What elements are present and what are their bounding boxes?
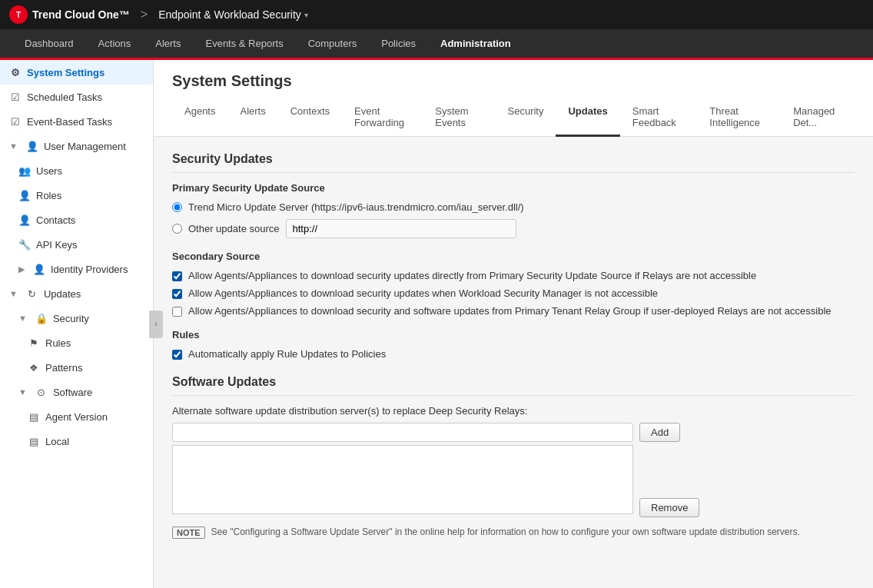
rules-section: Rules Automatically apply Rule Updates t… (172, 329, 855, 360)
alt-server-label: Alternate software update distribution s… (172, 405, 855, 417)
checkbox-direct-download[interactable] (172, 271, 182, 281)
sidebar-label-local: Local (45, 436, 69, 447)
tab-bar: Agents Alerts Contexts Event Forwarding … (172, 99, 855, 136)
tab-managed-det[interactable]: Managed Det... (781, 99, 855, 137)
sidebar-item-patterns[interactable]: ❖ Patterns (0, 355, 153, 380)
agent-version-icon: ▤ (28, 410, 40, 423)
sidebar-item-updates[interactable]: ↻ Updates (0, 281, 153, 306)
sidebar-item-event-based-tasks[interactable]: ☑ Event-Based Tasks (0, 109, 153, 134)
checkbox-row-3: Allow Agents/Appliances to download secu… (172, 305, 855, 317)
checkbox-auto-rule-updates[interactable] (172, 350, 182, 360)
other-source-input[interactable] (286, 219, 516, 238)
sidebar-label-user-management: User Management (44, 141, 126, 152)
tab-updates[interactable]: Updates (556, 99, 619, 137)
sidebar-label-system-settings: System Settings (27, 67, 105, 78)
sidebar-item-rules[interactable]: ⚑ Rules (0, 331, 153, 355)
security-icon: 🔒 (35, 312, 48, 324)
gear-icon: ⚙ (9, 66, 22, 78)
sidebar-label-contacts: Contacts (36, 214, 75, 226)
sidebar-item-software[interactable]: ⊙ Software (0, 380, 153, 404)
checkbox-primary-tenant[interactable] (172, 307, 182, 317)
contacts-icon: 👤 (18, 214, 31, 226)
rules-checkbox-row: Automatically apply Rule Updates to Poli… (172, 348, 855, 360)
add-server-input[interactable] (172, 423, 633, 442)
nav-actions[interactable]: Actions (86, 28, 144, 59)
add-server-row: Add (172, 423, 855, 442)
product-name: Endpoint & Workload Security (158, 8, 301, 21)
sidebar-label-patterns: Patterns (45, 362, 82, 374)
logo-icon: T (9, 5, 28, 24)
sidebar-label-agent-version: Agent Version (45, 411, 108, 423)
sidebar-label-event-tasks: Event-Based Tasks (27, 116, 112, 128)
sidebar-item-agent-version[interactable]: ▤ Agent Version (0, 404, 153, 429)
expand-updates-icon (9, 289, 18, 298)
security-updates-title: Security Updates (172, 152, 855, 173)
remove-button-container: Remove (639, 445, 699, 520)
top-bar: T Trend Cloud One™ > Endpoint & Workload… (0, 0, 873, 29)
nav-policies[interactable]: Policies (369, 28, 428, 59)
software-icon: ⊙ (35, 386, 48, 398)
note-text: See "Configuring a Software Update Serve… (211, 527, 800, 537)
add-button[interactable]: Add (639, 423, 680, 442)
sidebar: ⚙ System Settings ☑ Scheduled Tasks ☑ Ev… (0, 60, 154, 588)
rules-label: Rules (172, 329, 855, 341)
tab-agents[interactable]: Agents (172, 99, 227, 137)
sidebar-item-identity-providers[interactable]: 👤 Identity Providers (0, 257, 153, 281)
identity-providers-icon: 👤 (33, 263, 45, 275)
tab-smart-feedback[interactable]: Smart Feedback (620, 99, 698, 137)
rules-checkbox-label: Automatically apply Rule Updates to Poli… (188, 348, 386, 360)
secondary-source-checkboxes: Allow Agents/Appliances to download secu… (172, 270, 855, 317)
sidebar-label-identity-providers: Identity Providers (51, 264, 128, 275)
nav-administration[interactable]: Administration (428, 28, 523, 59)
server-list[interactable] (172, 445, 633, 514)
sidebar-item-user-management[interactable]: 👤 User Management (0, 134, 153, 158)
nav-events-reports[interactable]: Events & Reports (193, 28, 295, 59)
tab-security[interactable]: Security (496, 99, 556, 137)
radio-trend-server-label: Trend Micro Update Server (https://ipv6-… (188, 201, 524, 213)
tab-system-events[interactable]: System Events (423, 99, 495, 137)
product-selector[interactable]: Endpoint & Workload Security ▾ (158, 8, 308, 21)
sidebar-item-local[interactable]: ▤ Local (0, 429, 153, 453)
tab-threat-intelligence[interactable]: Threat Intelligence (697, 99, 781, 137)
radio-trend-server[interactable] (172, 202, 182, 212)
primary-source-radio-group: Trend Micro Update Server (https://ipv6-… (172, 201, 855, 238)
tab-alerts[interactable]: Alerts (227, 99, 277, 137)
note-badge: NOTE (172, 527, 205, 539)
page-title: System Settings (172, 72, 855, 90)
nav-computers[interactable]: Computers (296, 28, 370, 59)
expand-software-icon (18, 387, 27, 397)
sidebar-label-rules: Rules (45, 337, 71, 349)
sidebar-collapse-button[interactable]: ‹ (149, 311, 163, 338)
checkbox-workload-mgr[interactable] (172, 289, 182, 299)
nav-dashboard[interactable]: Dashboard (12, 28, 86, 59)
sidebar-label-security: Security (53, 313, 89, 324)
main-layout: ⚙ System Settings ☑ Scheduled Tasks ☑ Ev… (0, 60, 873, 588)
logo-text: Trend Cloud One™ (32, 8, 130, 21)
sidebar-item-system-settings[interactable]: ⚙ System Settings (0, 60, 153, 85)
expand-identity-icon (18, 264, 25, 274)
roles-icon: 👤 (18, 189, 31, 201)
chevron-down-icon: ▾ (304, 11, 308, 19)
checkbox-1-label: Allow Agents/Appliances to download secu… (188, 270, 756, 281)
local-icon: ▤ (28, 435, 40, 447)
primary-source-label: Primary Security Update Source (172, 182, 855, 194)
sidebar-item-roles[interactable]: 👤 Roles (0, 183, 153, 208)
sidebar-item-users[interactable]: 👥 Users (0, 158, 153, 183)
radio-other-source[interactable] (172, 224, 182, 234)
users-icon: 👥 (18, 164, 31, 177)
software-updates-title: Software Updates (172, 375, 855, 396)
sidebar-label-roles: Roles (36, 190, 61, 201)
tab-contexts[interactable]: Contexts (278, 99, 342, 137)
scheduled-tasks-icon: ☑ (9, 91, 22, 103)
remove-button[interactable]: Remove (639, 498, 699, 517)
sidebar-label-software: Software (53, 387, 92, 398)
logo[interactable]: T Trend Cloud One™ (9, 5, 130, 24)
sidebar-item-contacts[interactable]: 👤 Contacts (0, 208, 153, 232)
sidebar-item-api-keys[interactable]: 🔧 API Keys (0, 232, 153, 257)
user-management-icon: 👤 (26, 140, 38, 152)
tab-event-forwarding[interactable]: Event Forwarding (342, 99, 423, 137)
sidebar-item-scheduled-tasks[interactable]: ☑ Scheduled Tasks (0, 85, 153, 109)
checkbox-row-1: Allow Agents/Appliances to download secu… (172, 270, 855, 281)
sidebar-item-security[interactable]: 🔒 Security (0, 306, 153, 331)
nav-alerts[interactable]: Alerts (143, 28, 193, 59)
